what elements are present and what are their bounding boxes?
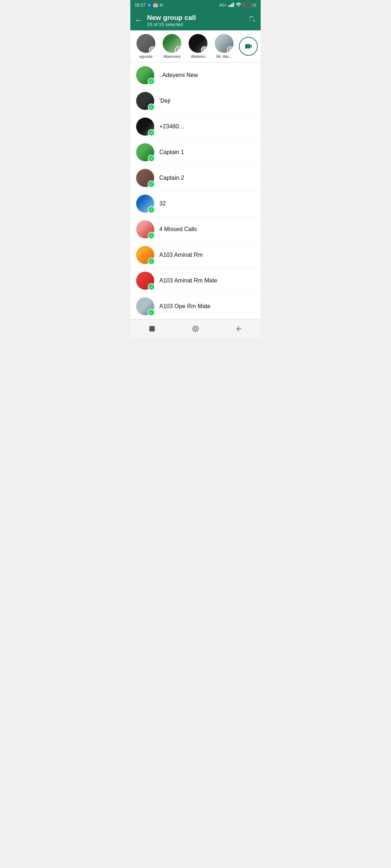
contact-list-item[interactable]: ✓ A103 Aminat Rm Mate [130, 268, 261, 294]
contact-list-item[interactable]: ✓ . Adeyemi New [130, 63, 261, 88]
contact-avatar-wrap: ✓ [136, 246, 154, 264]
contact-name: Captain 1 [159, 149, 184, 156]
nav-home-button[interactable] [190, 323, 201, 334]
remove-avatar-button[interactable]: ✕ [227, 46, 234, 53]
contact-list-item[interactable]: ✓ +23480… [130, 114, 261, 140]
page-title: New group call [147, 14, 244, 22]
contact-avatar-wrap: ✓ [136, 297, 154, 315]
dot-indicator: · [164, 3, 165, 8]
remove-avatar-button[interactable]: ✕ [201, 46, 207, 53]
gmail-icon: M [160, 3, 163, 7]
contact-list-item[interactable]: ✓ Captain 1 [130, 140, 261, 165]
bottom-nav [130, 319, 261, 338]
check-badge: ✓ [148, 206, 155, 213]
check-badge: ✓ [148, 283, 155, 290]
selected-contact-name: Abidemi [191, 54, 205, 59]
toolbar-title-area: New group call 15 of 15 selected [147, 14, 244, 27]
contact-list-item[interactable]: ✓ 'Deji [130, 88, 261, 114]
remove-avatar-button[interactable]: ✕ [175, 46, 181, 53]
video-call-button[interactable] [239, 37, 258, 56]
svg-point-6 [194, 328, 197, 330]
svg-rect-2 [231, 4, 232, 7]
battery-percent: 15 [252, 3, 256, 7]
contact-avatar-wrap: ✓ [136, 195, 154, 213]
selected-contacts-strip: ✕ egunde ✕ Abenmire ✕ Abidemi ✕ Mr. Abi.… [130, 30, 261, 63]
selected-avatar-img: ✕ [136, 34, 155, 53]
check-badge: ✓ [148, 258, 155, 265]
status-bar: 16:17 S 📅 M · 4G+ 15 [130, 0, 261, 10]
status-left: 16:17 S 📅 M · [135, 3, 165, 8]
contact-avatar-wrap: ✓ [136, 272, 154, 290]
selected-avatar-img: ✕ [189, 34, 207, 53]
svg-rect-0 [228, 5, 230, 7]
check-badge: ✓ [148, 103, 155, 111]
contact-name: 4 Missed Calls [159, 226, 197, 233]
contact-avatar-wrap: ✓ [136, 220, 154, 238]
svg-rect-4 [150, 326, 155, 332]
contact-avatar-wrap: ✓ [136, 118, 154, 136]
remove-avatar-button[interactable]: ✕ [149, 46, 155, 53]
toolbar: ← New group call 15 of 15 selected [130, 10, 261, 30]
contact-avatar-wrap: ✓ [136, 143, 154, 161]
selected-avatar-img: ✕ [163, 34, 181, 53]
check-badge: ✓ [148, 129, 155, 136]
contact-name: . Adeyemi New [159, 72, 198, 78]
status-time: 16:17 [135, 3, 146, 8]
status-right: 4G+ 15 [219, 3, 256, 8]
contact-list-item[interactable]: ✓ A103 Ope Rm Mate [130, 294, 261, 319]
selected-contact-name: egunde [139, 54, 153, 59]
selected-contact-name: Mr. Abi... [216, 54, 232, 59]
contact-list-item[interactable]: ✓ Captain 2 [130, 165, 261, 191]
selected-avatar-item: ✕ Abenmire [159, 34, 185, 59]
contact-name: 32 [159, 200, 166, 207]
selected-avatar-item: ✕ Mr. Abi... [211, 34, 237, 59]
check-badge: ✓ [148, 309, 155, 316]
back-button[interactable]: ← [135, 16, 143, 25]
contact-list: ✓ . Adeyemi New ✓ 'Deji ✓ +23480… ✓ Capt… [130, 63, 261, 319]
contact-avatar-wrap: ✓ [136, 169, 154, 187]
battery-icon [243, 3, 251, 7]
check-badge: ✓ [148, 180, 155, 188]
contact-name: +23480… [159, 123, 185, 130]
samsung-icon: S [147, 3, 151, 7]
selected-count: 15 of 15 selected [147, 22, 244, 27]
svg-rect-1 [230, 5, 231, 7]
nav-back-button[interactable] [234, 323, 244, 334]
nav-recent-button[interactable] [147, 323, 157, 334]
contact-list-item[interactable]: ✓ 32 [130, 191, 261, 217]
wifi-icon [236, 3, 241, 8]
contact-name: 'Deji [159, 98, 171, 104]
check-badge: ✓ [148, 78, 155, 85]
network-type: 4G+ [219, 3, 227, 7]
contact-name: Captain 2 [159, 175, 184, 181]
selected-avatar-item: ✕ egunde [133, 34, 159, 59]
selected-avatar-item: ✕ Abidemi [185, 34, 211, 59]
contact-name: A103 Aminat Rm Mate [159, 277, 217, 284]
selected-contact-name: Abenmire [163, 54, 180, 59]
contact-avatar-wrap: ✓ [136, 92, 154, 110]
contact-name: A103 Aminat Rm [159, 252, 203, 258]
selected-avatar-img: ✕ [215, 34, 234, 53]
check-badge: ✓ [148, 155, 155, 162]
contact-list-item[interactable]: ✓ 4 Missed Calls [130, 217, 261, 242]
contact-avatar-wrap: ✓ [136, 66, 154, 84]
contact-list-item[interactable]: ✓ A103 Aminat Rm [130, 242, 261, 268]
calendar-icon: 📅 [153, 3, 158, 8]
contact-name: A103 Ope Rm Mate [159, 303, 210, 310]
svg-rect-3 [233, 3, 234, 7]
svg-point-5 [193, 326, 198, 332]
search-button[interactable] [248, 15, 256, 25]
check-badge: ✓ [148, 232, 155, 239]
signal-icon [228, 3, 234, 8]
